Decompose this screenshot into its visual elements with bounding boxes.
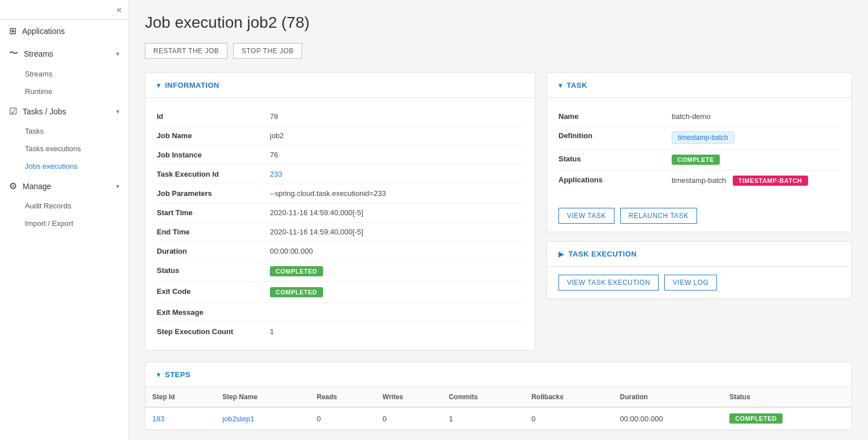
steps-table: Step Id Step Name Reads Writes Commits R… <box>145 387 852 430</box>
main-content: Job execution job2 (78) RESTART THE JOB … <box>129 0 868 440</box>
exit-code-badge: COMPLETED <box>270 287 323 297</box>
sidebar-item-streams-list[interactable]: Streams <box>25 65 128 83</box>
view-log-button[interactable]: VIEW LOG <box>664 275 717 291</box>
sidebar-item-tasks[interactable]: Tasks <box>25 122 128 140</box>
sidebar-item-tasks-jobs[interactable]: ☑ Tasks / Jobs ▾ <box>0 100 128 122</box>
col-duration: Duration <box>613 387 723 407</box>
info-label-start-time: Start Time <box>157 208 270 217</box>
info-row-duration: Duration 00:00:00.000 <box>157 242 523 261</box>
stop-job-button[interactable]: STOP THE JOB <box>233 43 302 59</box>
info-row-status: Status COMPLETED <box>157 261 523 282</box>
info-label-exit-message: Exit Message <box>157 308 270 317</box>
info-value-job-name: job2 <box>270 131 284 140</box>
task-row-definition: Definition timestamp-batch <box>558 126 840 149</box>
info-row-job-name: Job Name job2 <box>157 126 523 146</box>
sidebar-item-manage[interactable]: ⚙ Manage ▾ <box>0 175 128 197</box>
info-label-status: Status <box>157 266 270 275</box>
task-label-definition: Definition <box>558 131 672 140</box>
streams-icon: 〜 <box>9 48 18 59</box>
info-label-job-instance: Job Instance <box>157 151 270 159</box>
cell-status: COMPLETED <box>723 407 852 430</box>
sidebar-tasks-submenu: Tasks Tasks executions Jobs executions <box>0 122 128 175</box>
sidebar-item-runtime[interactable]: Runtime <box>25 83 128 100</box>
cell-rollbacks: 0 <box>525 407 613 430</box>
steps-section-label: STEPS <box>165 370 191 379</box>
col-rollbacks: Rollbacks <box>525 387 613 407</box>
info-label-step-count: Step Execution Count <box>157 327 270 336</box>
chevron-down-icon: ▾ <box>116 182 119 190</box>
sidebar-item-streams[interactable]: 〜 Streams ▾ <box>0 42 128 65</box>
task-execution-id-link[interactable]: 233 <box>270 170 282 178</box>
info-row-job-parameters: Job Parameters --spring.cloud.task.execu… <box>157 184 523 203</box>
info-row-task-execution-id: Task Execution Id 233 <box>157 165 523 184</box>
info-value-id: 78 <box>270 112 278 121</box>
info-value-duration: 00:00:00.000 <box>270 247 313 255</box>
chevron-down-icon: ▾ <box>157 371 161 379</box>
sidebar-item-applications[interactable]: ⊞ Applications <box>0 20 128 42</box>
info-row-end-time: End Time 2020-11-16 14:59:40,000[-5] <box>157 223 523 242</box>
task-card-header: ▾ TASK <box>547 73 852 98</box>
chevron-down-icon: ▾ <box>558 82 562 89</box>
col-status: Status <box>723 387 852 407</box>
chevron-down-icon: ▾ <box>116 50 119 58</box>
col-writes: Writes <box>376 387 442 407</box>
info-value-status: COMPLETED <box>270 266 323 276</box>
cell-commits: 1 <box>442 407 525 430</box>
task-label-name: Name <box>558 112 672 121</box>
col-step-name: Step Name <box>216 387 310 407</box>
sidebar-item-label: Tasks / Jobs <box>23 107 66 116</box>
task-value-status: COMPLETE <box>672 155 720 165</box>
tasks-icon: ☑ <box>9 106 17 117</box>
task-status-badge: COMPLETE <box>672 155 720 165</box>
task-row-applications: Applications timestamp-batch TIMESTAMP-B… <box>558 170 840 191</box>
restart-job-button[interactable]: RESTART THE JOB <box>145 43 227 59</box>
info-row-exit-code: Exit Code COMPLETED <box>157 282 523 303</box>
sidebar-collapse-icon[interactable]: « <box>117 5 122 15</box>
task-value-definition: timestamp-batch <box>672 131 734 144</box>
manage-icon: ⚙ <box>9 181 17 191</box>
view-task-execution-button[interactable]: VIEW TASK EXECUTION <box>558 275 659 291</box>
information-card-header: ▾ INFORMATION <box>145 73 535 98</box>
task-value-name: batch-demo <box>672 112 711 121</box>
info-label-exit-code: Exit Code <box>157 287 270 296</box>
info-row-id: Id 78 <box>157 107 523 126</box>
info-label-job-parameters: Job Parameters <box>157 189 270 198</box>
task-section-label: TASK <box>567 81 587 89</box>
steps-table-container: Step Id Step Name Reads Writes Commits R… <box>145 387 852 430</box>
task-buttons: VIEW TASK RELAUNCH TASK <box>547 200 852 232</box>
cell-step-name[interactable]: job2step1 <box>216 407 310 430</box>
info-value-job-instance: 76 <box>270 151 278 159</box>
information-card-body: Id 78 Job Name job2 Job Instance 76 Task… <box>145 98 535 350</box>
info-value-task-execution-id: 233 <box>270 170 282 178</box>
info-value-start-time: 2020-11-16 14:59:40,000[-5] <box>270 208 363 217</box>
table-row: 183 job2step1 0 0 1 0 00:00:00.000 COMPL… <box>145 407 852 430</box>
info-label-task-execution-id: Task Execution Id <box>157 170 270 178</box>
task-row-name: Name batch-demo <box>558 107 840 126</box>
sidebar-item-audit-records[interactable]: Audit Records <box>25 197 128 215</box>
col-commits: Commits <box>442 387 525 407</box>
info-value-step-count: 1 <box>270 327 274 336</box>
task-value-applications: timestamp-batch TIMESTAMP-BATCH <box>672 176 808 186</box>
content-row: ▾ INFORMATION Id 78 Job Name job2 Job In… <box>145 72 852 351</box>
info-label-duration: Duration <box>157 247 270 255</box>
task-execution-card-header: ▶ TASK EXECUTION <box>547 242 852 267</box>
sidebar-item-jobs-executions[interactable]: Jobs executions <box>25 157 128 175</box>
cell-step-id[interactable]: 183 <box>145 407 216 430</box>
sidebar-item-import-export[interactable]: Import / Export <box>25 215 128 232</box>
sidebar-manage-submenu: Audit Records Import / Export <box>0 197 128 232</box>
task-card: ▾ TASK Name batch-demo Definition timest… <box>547 72 852 232</box>
col-reads: Reads <box>310 387 376 407</box>
sidebar-item-label: Applications <box>22 27 65 36</box>
info-value-end-time: 2020-11-16 14:59:40,000[-5] <box>270 228 363 236</box>
view-task-button[interactable]: VIEW TASK <box>558 208 615 224</box>
grid-icon: ⊞ <box>9 25 16 36</box>
task-execution-section-label: TASK EXECUTION <box>569 250 637 258</box>
chevron-right-icon: ▶ <box>558 250 564 258</box>
sidebar-item-tasks-executions[interactable]: Tasks executions <box>25 140 128 157</box>
sidebar-item-label: Streams <box>24 49 53 58</box>
sidebar-streams-submenu: Streams Runtime <box>0 65 128 100</box>
steps-table-body: 183 job2step1 0 0 1 0 00:00:00.000 COMPL… <box>145 407 852 430</box>
relaunch-task-button[interactable]: RELAUNCH TASK <box>620 208 697 224</box>
steps-card-header: ▾ STEPS <box>145 362 852 387</box>
info-row-start-time: Start Time 2020-11-16 14:59:40,000[-5] <box>157 203 523 223</box>
